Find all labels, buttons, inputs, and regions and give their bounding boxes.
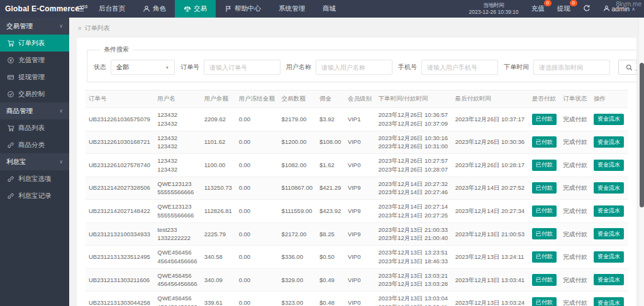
column-header: 下单时间/付款时间 <box>375 90 452 108</box>
sidebar-group-interest[interactable]: 利息宝∨ <box>0 153 69 170</box>
fund-flow-button[interactable]: 资金流水 <box>594 297 624 306</box>
withdraw-menu[interactable]: 提现 0 <box>557 4 570 13</box>
cell-balance: 339.61 <box>201 292 236 306</box>
nav-item-system[interactable]: 系统管理 <box>270 0 314 18</box>
order-time: 2023年12月26日 10:30:16 <box>379 134 449 143</box>
column-header: 交易数额 <box>279 90 316 108</box>
sidebar-item-withdraw-manage[interactable]: 提现管理 <box>0 68 69 85</box>
nav-item-home[interactable]: 后台首页 <box>90 0 134 18</box>
cart-icon <box>7 40 14 47</box>
cell-frozen: 0.00 <box>236 108 279 131</box>
username-label: 用户名称 <box>286 63 311 72</box>
fund-flow-button[interactable]: 资金流水 <box>594 114 624 125</box>
order-time-input[interactable] <box>533 60 610 75</box>
cell-order-no: UB2312261036575079 <box>86 108 154 131</box>
cell-last-pay-time: 2023年12月13日 21:00:53 <box>452 222 529 246</box>
user-icon <box>143 5 150 13</box>
cell-order-status: 完成付款 <box>560 131 591 154</box>
status-label: 状态 <box>94 63 106 72</box>
cell-balance: 1101.62 <box>201 131 236 154</box>
cell-order-no: UB2312131303044258 <box>86 292 154 306</box>
cell-paid: 已付款 <box>529 131 560 154</box>
nav-item-roles[interactable]: 角色 <box>134 0 175 18</box>
sidebar-item-interest-options[interactable]: 利息宝选项 <box>0 170 69 187</box>
cell-order-pay-time: 2023年12月13日 21:00:332023年12月13日 21:00:40 <box>375 222 452 246</box>
cell-vip-level: VIP0 <box>345 292 375 306</box>
fund-flow-button[interactable]: 资金流水 <box>594 228 624 239</box>
cell-order-no: UB2312261027578740 <box>86 154 154 177</box>
user-menu[interactable]: admin ∧ <box>603 5 635 13</box>
sidebar-item-trade-control[interactable]: 交易控制 <box>0 85 69 102</box>
sidebar-item-order-list[interactable]: 订单列表 <box>0 35 69 52</box>
cell-amount: $1082.00 <box>279 154 316 177</box>
cell-vip-level: VIP0 <box>345 131 375 154</box>
chevron-down-icon: ∨ <box>59 23 63 29</box>
link-icon <box>7 192 14 200</box>
cell-balance: 2225.79 <box>201 222 236 246</box>
sidebar-item-interest-records[interactable]: 利息宝记录 <box>0 187 69 204</box>
fund-flow-button[interactable]: 资金流水 <box>594 160 624 171</box>
menu-toggle-button[interactable] <box>70 0 90 18</box>
fund-flow-button[interactable]: 资金流水 <box>594 205 624 217</box>
sidebar-group-trade-manage[interactable]: 交易管理∨ <box>0 18 69 35</box>
sidebar-group-goods-manage[interactable]: 商品管理∨ <box>0 102 69 119</box>
scrollbar-track[interactable] <box>638 18 644 306</box>
pay-time: 2023年12月14日 20:27:25 <box>379 211 449 220</box>
sidebar-item-goods-category[interactable]: 商品分类 <box>0 136 69 153</box>
fund-flow-button[interactable]: 资金流水 <box>594 274 624 285</box>
cell-amount: $111559.00 <box>279 200 316 223</box>
column-header: 操作 <box>591 90 628 108</box>
search-button[interactable]: 搜 索 <box>618 60 636 75</box>
cell-vip-level: VIP1 <box>345 108 375 131</box>
user-phone: 123432 <box>157 142 197 151</box>
nav-item-trade[interactable]: 交易 <box>175 0 216 18</box>
fund-flow-button[interactable]: 资金流水 <box>594 251 624 263</box>
cell-amount: $329.00 <box>279 268 316 292</box>
paid-status-badge: 已付款 <box>532 160 557 171</box>
pay-time: 2023年12月26日 10:37:09 <box>379 119 449 128</box>
cell-order-pay-time: 2023年12月13日 13:03:212023年12月13日 13:03:28 <box>375 268 452 292</box>
local-time-label: 当地时间 <box>469 2 519 9</box>
fund-flow-button[interactable]: 资金流水 <box>594 182 624 194</box>
recharge-menu[interactable]: 充值 0 <box>531 4 545 13</box>
fund-flow-button[interactable]: 资金流水 <box>594 136 624 148</box>
cell-frozen: 0.00 <box>236 222 279 246</box>
status-select[interactable]: 全部 ▼ <box>111 60 175 75</box>
pay-time: 2023年12月13日 18:46:33 <box>379 257 449 266</box>
cell-commission: $421.29 <box>316 177 345 200</box>
chevron-down-icon: ∨ <box>59 159 63 165</box>
order-no-input[interactable] <box>204 60 280 75</box>
cell-commission: $3.92 <box>316 108 345 131</box>
nav-item-label: 角色 <box>153 4 166 13</box>
nav-item-label: 系统管理 <box>279 4 305 13</box>
search-icon <box>626 64 633 71</box>
order-time: 2023年12月14日 20:27:14 <box>379 202 449 211</box>
link-icon <box>7 175 14 183</box>
cell-order-no: UB2312142027328506 <box>86 177 154 200</box>
cell-vip-level: VIP9 <box>345 222 375 246</box>
cell-order-pay-time: 2023年12月26日 10:36:572023年12月26日 10:37:09 <box>375 108 452 131</box>
nav-item-help[interactable]: 帮助中心 <box>216 0 270 18</box>
phone-input[interactable] <box>421 60 498 75</box>
cell-balance: 340.58 <box>201 246 236 269</box>
cell-order-no: UB2312142027148422 <box>86 200 154 223</box>
sidebar-item-label: 商品列表 <box>18 124 45 133</box>
cell-order-pay-time: 2023年12月13日 13:03:042023年12月13日 13:03:11 <box>375 292 452 306</box>
sidebar-item-goods-list[interactable]: 商品列表 <box>0 119 69 136</box>
cell-paid: 已付款 <box>529 177 560 200</box>
link-icon <box>7 141 14 149</box>
user-phone: 456456456666 <box>157 303 197 306</box>
cell-vip-level: VIP0 <box>345 246 375 269</box>
cell-action: 资金流水 <box>591 222 628 246</box>
sidebar-item-recharge-manage[interactable]: 充值管理 <box>0 52 69 68</box>
nav-item-mall[interactable]: 商城 <box>314 0 345 18</box>
scrollbar-thumb[interactable] <box>640 63 644 207</box>
paid-status-badge: 已付款 <box>532 182 557 194</box>
cell-paid: 已付款 <box>529 154 560 177</box>
cell-action: 资金流水 <box>591 292 628 306</box>
username-input[interactable] <box>316 60 392 75</box>
sidebar-item-label: 订单列表 <box>18 39 45 48</box>
cell-action: 资金流水 <box>591 177 628 200</box>
refresh-button[interactable] <box>583 3 591 14</box>
cell-balance: 113250.73 <box>201 177 236 200</box>
